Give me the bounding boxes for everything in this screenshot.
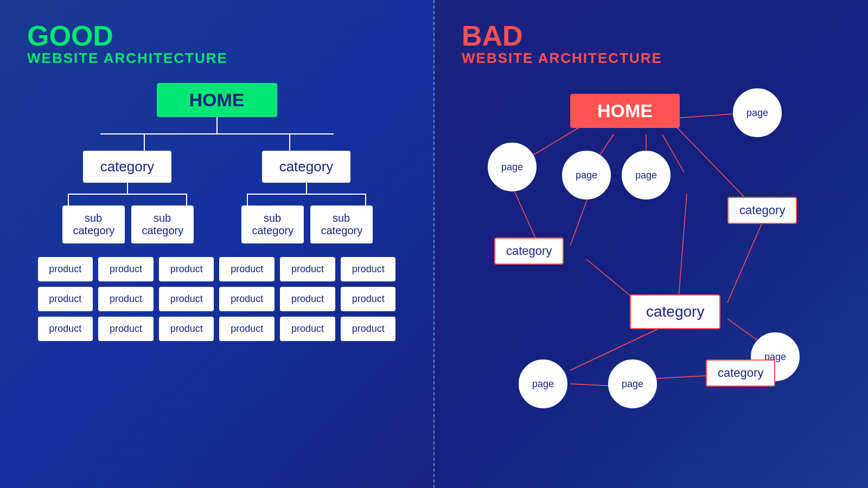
sub-box-4: subcategory bbox=[310, 206, 373, 243]
category-col-2: category subcategory subcategory bbox=[241, 151, 372, 243]
vcs1 bbox=[68, 195, 69, 206]
category-box-2: category bbox=[262, 151, 351, 183]
good-subtitle: WEBSITE ARCHITECTURE bbox=[27, 50, 406, 67]
connector-h1 bbox=[100, 133, 334, 134]
bad-diagram: HOME page page page page category catego… bbox=[462, 83, 841, 473]
product-9: product bbox=[159, 287, 214, 311]
page-circle-7: page bbox=[608, 359, 657, 408]
vcs4 bbox=[365, 195, 366, 206]
vcs3 bbox=[247, 195, 248, 206]
vert-cat-left bbox=[144, 134, 145, 151]
product-17: product bbox=[280, 317, 335, 341]
bad-subtitle: WEBSITE ARCHITECTURE bbox=[462, 50, 841, 67]
product-1: product bbox=[38, 257, 93, 281]
product-18: product bbox=[341, 317, 396, 341]
product-16: product bbox=[219, 317, 275, 341]
connections-svg bbox=[462, 83, 841, 473]
svg-line-8 bbox=[586, 259, 635, 300]
good-panel: GOOD WEBSITE ARCHITECTURE HOME category bbox=[0, 0, 435, 488]
product-5: product bbox=[280, 257, 335, 281]
page-circle-1: page bbox=[733, 88, 782, 137]
svg-line-9 bbox=[679, 194, 687, 297]
svg-line-6 bbox=[513, 189, 538, 243]
bad-panel: BAD WEBSITE ARCHITECTURE bbox=[435, 0, 868, 488]
sub-row-1: subcategory subcategory bbox=[62, 206, 193, 243]
product-3: product bbox=[159, 257, 214, 281]
page-circle-4: page bbox=[622, 151, 671, 200]
sub-row-2: subcategory subcategory bbox=[241, 206, 372, 243]
category-rect-1: category bbox=[494, 237, 564, 265]
page-circle-2: page bbox=[488, 143, 537, 191]
page-circle-6: page bbox=[519, 359, 567, 408]
product-grid: product product product product product … bbox=[38, 257, 396, 341]
vc1 bbox=[127, 183, 128, 194]
product-15: product bbox=[159, 317, 214, 341]
product-12: product bbox=[341, 287, 396, 311]
sub-box-2: subcategory bbox=[131, 206, 194, 243]
category-row: category subcategory subcategory cate bbox=[62, 151, 372, 243]
category-rect-3: category bbox=[630, 294, 720, 329]
product-10: product bbox=[219, 287, 275, 311]
category-rect-2: category bbox=[727, 197, 797, 224]
vert-cat-right bbox=[289, 134, 290, 151]
good-title: GOOD bbox=[27, 22, 406, 50]
sub-box-1: subcategory bbox=[62, 206, 125, 243]
product-7: product bbox=[38, 287, 93, 311]
product-2: product bbox=[98, 257, 154, 281]
home-node-good: HOME bbox=[157, 83, 277, 117]
category-box-1: category bbox=[83, 151, 172, 183]
product-4: product bbox=[219, 257, 275, 281]
svg-line-10 bbox=[727, 221, 763, 303]
vcs2 bbox=[186, 195, 187, 206]
category-col-1: category subcategory subcategory bbox=[62, 151, 193, 243]
page-circle-3: page bbox=[562, 151, 611, 200]
vc2 bbox=[306, 183, 307, 194]
svg-line-5 bbox=[673, 124, 755, 208]
connector-v1 bbox=[216, 117, 218, 133]
home-node-bad: HOME bbox=[570, 94, 680, 128]
bad-title: BAD bbox=[462, 22, 841, 50]
sub-box-3: subcategory bbox=[241, 206, 304, 243]
product-13: product bbox=[38, 317, 93, 341]
product-14: product bbox=[98, 317, 154, 341]
good-tree: HOME category bbox=[27, 83, 406, 341]
product-8: product bbox=[98, 287, 154, 311]
product-11: product bbox=[280, 287, 335, 311]
category-rect-4: category bbox=[706, 359, 775, 387]
product-6: product bbox=[341, 257, 396, 281]
home-label-bad: HOME bbox=[570, 94, 680, 128]
svg-line-7 bbox=[570, 194, 589, 246]
